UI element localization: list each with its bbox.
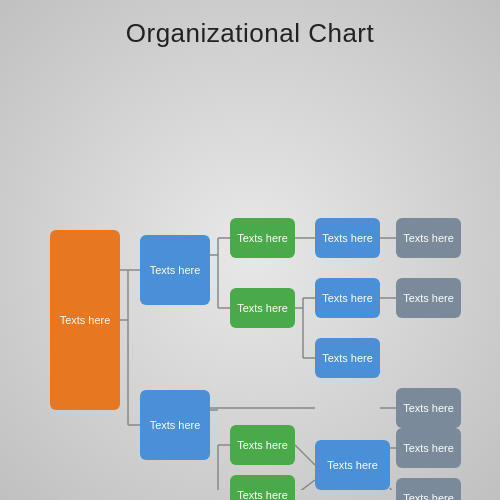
box-b6: Texts here bbox=[315, 440, 390, 490]
box-b5: Texts here bbox=[315, 338, 380, 378]
box-gr2: Texts here bbox=[396, 278, 461, 318]
box-gr1: Texts here bbox=[396, 218, 461, 258]
box-gr5: Texts here bbox=[396, 478, 461, 500]
page: Organizational Chart bbox=[0, 0, 500, 500]
svg-line-21 bbox=[295, 480, 315, 490]
box-root: Texts here bbox=[50, 230, 120, 410]
box-b1: Texts here bbox=[140, 235, 210, 305]
box-gr4: Texts here bbox=[396, 428, 461, 468]
svg-line-20 bbox=[295, 445, 315, 465]
box-g2: Texts here bbox=[230, 288, 295, 328]
box-g1: Texts here bbox=[230, 218, 295, 258]
box-g4: Texts here bbox=[230, 475, 295, 500]
box-b2: Texts here bbox=[140, 390, 210, 460]
box-gr3: Texts here bbox=[396, 388, 461, 428]
box-b3: Texts here bbox=[315, 218, 380, 258]
page-title: Organizational Chart bbox=[0, 0, 500, 49]
box-b4: Texts here bbox=[315, 278, 380, 318]
chart-area: Texts hereTexts hereTexts hereTexts here… bbox=[20, 70, 490, 490]
box-g3: Texts here bbox=[230, 425, 295, 465]
